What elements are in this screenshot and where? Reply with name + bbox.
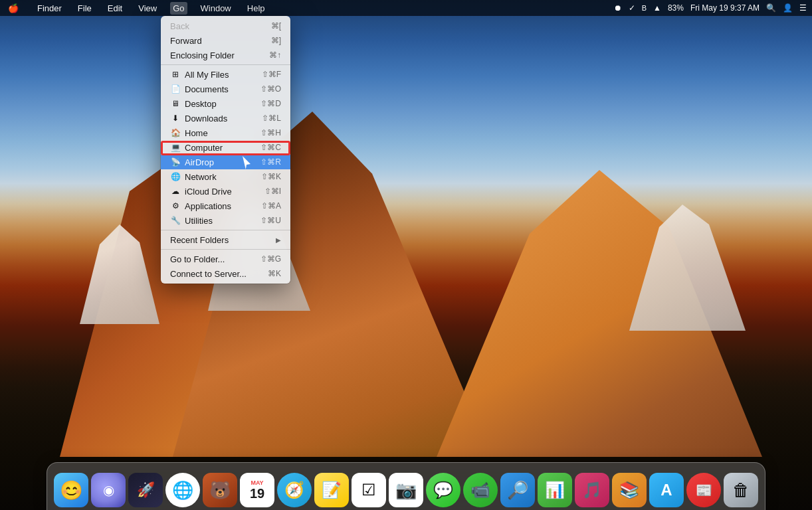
- photos-icon: 📷: [395, 480, 417, 501]
- dock-icon-messages[interactable]: 💬: [426, 473, 460, 507]
- apple-menu[interactable]: 🍎: [5, 2, 21, 15]
- menu-item-connect-server[interactable]: Connect to Server... ⌘K: [161, 266, 290, 281]
- home-icon: 🏠: [170, 128, 181, 138]
- menubar-datetime: Fri May 19 9:37 AM: [690, 3, 760, 13]
- downloads-icon: ⬇: [170, 113, 181, 124]
- dock-icon-numbers[interactable]: 📊: [538, 473, 572, 507]
- airdrop-icon: 📡: [170, 157, 181, 167]
- menu-item-desktop-label: Desktop: [185, 99, 260, 109]
- menu-item-desktop[interactable]: 🖥 Desktop ⇧⌘D: [161, 96, 290, 111]
- notes-icon: 📝: [322, 481, 342, 499]
- news-icon: 📰: [696, 482, 712, 498]
- dock-icon-appstore[interactable]: A: [649, 473, 684, 507]
- menu-item-computer[interactable]: 💻 Computer ⇧⌘C: [161, 140, 290, 155]
- menubar-go[interactable]: Go: [170, 2, 187, 15]
- menubar-finder[interactable]: Finder: [35, 2, 64, 15]
- menu-item-downloads-shortcut: ⇧⌘L: [262, 114, 281, 123]
- messages-icon: 💬: [433, 481, 453, 499]
- menu-item-goto-folder[interactable]: Go to Folder... ⇧⌘G: [161, 252, 290, 266]
- menubar-file[interactable]: File: [75, 2, 94, 15]
- menu-item-utilities[interactable]: 🔧 Utilities ⇧⌘U: [161, 213, 290, 228]
- dock-icon-trash[interactable]: 🗑: [724, 473, 758, 507]
- dock-icon-itunes[interactable]: 🎵: [575, 473, 609, 507]
- menu-item-all-files-label: All My Files: [185, 70, 262, 80]
- menubar-user-icon[interactable]: 👤: [783, 3, 793, 13]
- menu-item-forward-shortcut: ⌘]: [271, 36, 281, 45]
- menubar-battery: 83%: [668, 3, 684, 13]
- wallpaper-background: [0, 0, 812, 510]
- dock-icon-notes[interactable]: 📝: [314, 473, 349, 507]
- menubar-view[interactable]: View: [136, 2, 159, 15]
- desktop-icon: 🖥: [170, 98, 181, 109]
- utilities-icon: 🔧: [170, 215, 181, 226]
- menu-item-network[interactable]: 🌐 Network ⇧⌘K: [161, 169, 290, 184]
- menu-item-downloads[interactable]: ⬇ Downloads ⇧⌘L: [161, 111, 290, 126]
- all-files-icon: ⊞: [170, 69, 181, 80]
- menu-item-goto-folder-shortcut: ⇧⌘G: [260, 254, 281, 264]
- menu-item-applications-label: Applications: [185, 201, 261, 211]
- dock-icon-reminders[interactable]: ☑: [352, 473, 386, 507]
- dock-icon-bear[interactable]: 🐻: [203, 473, 237, 507]
- menu-item-airdrop[interactable]: 📡 AirDrop ⇧⌘R: [161, 155, 290, 169]
- dock-icon-chrome[interactable]: 🌐: [165, 473, 200, 507]
- icloud-icon: ☁: [170, 186, 181, 197]
- computer-icon: 💻: [170, 142, 181, 153]
- menu-item-enclosing[interactable]: Enclosing Folder ⌘↑: [161, 48, 290, 62]
- menubar-window[interactable]: Window: [198, 2, 234, 15]
- menubar-recording-icon: ⏺: [614, 3, 622, 13]
- menubar-edit[interactable]: Edit: [105, 2, 125, 15]
- books-icon: 📚: [619, 481, 639, 499]
- menu-item-computer-label: Computer: [185, 143, 260, 153]
- dock-icon-calendar[interactable]: MAY 19: [240, 473, 274, 507]
- menubar-check-icon: ✓: [629, 3, 635, 13]
- dock-icon-facetime[interactable]: 📹: [463, 473, 498, 507]
- menu-item-all-files-shortcut: ⇧⌘F: [262, 70, 281, 79]
- menu-item-recent-folders-label: Recent Folders: [170, 235, 276, 245]
- menu-item-utilities-label: Utilities: [185, 216, 260, 226]
- menu-item-home-shortcut: ⇧⌘H: [260, 128, 281, 137]
- menubar-help[interactable]: Help: [245, 2, 268, 15]
- menu-item-home[interactable]: 🏠 Home ⇧⌘H: [161, 126, 290, 140]
- menu-item-recent-folders[interactable]: Recent Folders ▶: [161, 232, 290, 247]
- menu-item-icloud[interactable]: ☁ iCloud Drive ⇧⌘I: [161, 184, 290, 199]
- dock-icon-photos[interactable]: 📷: [389, 473, 423, 507]
- menubar-spotlight-icon[interactable]: 🔍: [766, 3, 776, 13]
- menu-item-applications-shortcut: ⇧⌘A: [261, 201, 281, 211]
- safari-icon: 🧭: [284, 481, 304, 499]
- menu-item-network-shortcut: ⇧⌘K: [261, 172, 281, 181]
- menu-item-applications[interactable]: ⚙ Applications ⇧⌘A: [161, 199, 290, 213]
- menu-item-airdrop-label: AirDrop: [185, 157, 260, 167]
- dock-icon-finder[interactable]: 😊: [54, 473, 88, 507]
- menu-item-back-label: Back: [170, 21, 271, 31]
- dock-icon-spotlight[interactable]: 🔎: [500, 473, 535, 507]
- menubar-controlcenter-icon[interactable]: ☰: [799, 3, 807, 13]
- menu-separator-1: [161, 64, 290, 65]
- menu-item-back-shortcut: ⌘[: [271, 21, 281, 31]
- network-icon: 🌐: [170, 171, 181, 182]
- menu-item-computer-shortcut: ⇧⌘C: [260, 143, 281, 152]
- reminders-icon: ☑: [361, 481, 376, 499]
- menu-item-forward-label: Forward: [170, 36, 271, 46]
- dock-icon-siri[interactable]: ◉: [91, 473, 126, 507]
- facetime-icon: 📹: [470, 481, 490, 499]
- siri-icon: ◉: [103, 482, 114, 498]
- menu-item-airdrop-shortcut: ⇧⌘R: [260, 157, 281, 167]
- dock-icon-launchpad[interactable]: 🚀: [128, 473, 163, 507]
- dock-icon-news[interactable]: 📰: [686, 473, 721, 507]
- menu-item-icloud-label: iCloud Drive: [185, 187, 264, 197]
- go-menu-dropdown: Back ⌘[ Forward ⌘] Enclosing Folder ⌘↑ ⊞…: [161, 16, 290, 284]
- menu-separator-2: [161, 230, 290, 230]
- bear-icon: 🐻: [209, 480, 231, 501]
- launchpad-icon: 🚀: [137, 481, 155, 499]
- menu-item-back[interactable]: Back ⌘[: [161, 19, 290, 33]
- menu-item-all-files[interactable]: ⊞ All My Files ⇧⌘F: [161, 67, 290, 82]
- menu-item-icloud-shortcut: ⇧⌘I: [264, 187, 281, 196]
- menu-item-forward[interactable]: Forward ⌘]: [161, 33, 290, 48]
- menubar-bluetooth-icon: B: [642, 4, 647, 12]
- dock-icon-safari[interactable]: 🧭: [277, 473, 312, 507]
- menu-item-documents[interactable]: 📄 Documents ⇧⌘O: [161, 82, 290, 96]
- menu-item-downloads-label: Downloads: [185, 114, 262, 124]
- numbers-icon: 📊: [545, 481, 565, 499]
- dock-icon-books[interactable]: 📚: [612, 473, 647, 507]
- menubar-wifi-icon: ▲: [653, 3, 661, 13]
